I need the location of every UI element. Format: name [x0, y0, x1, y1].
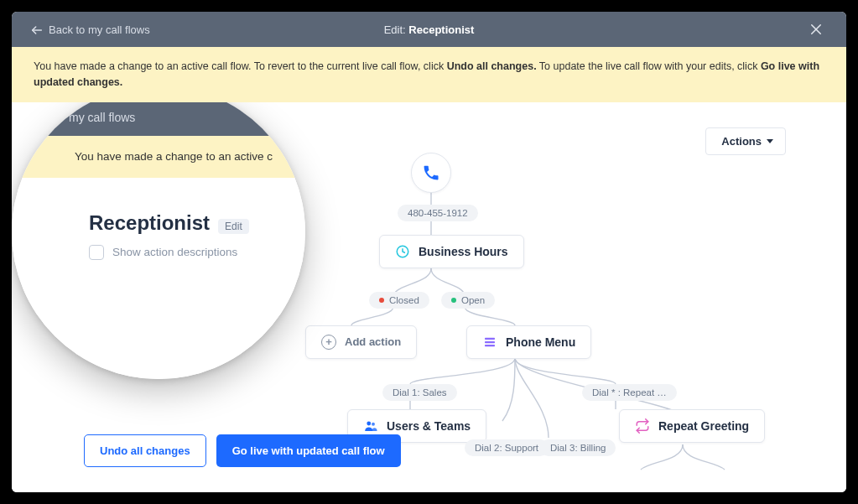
actions-dropdown[interactable]: Actions — [705, 127, 786, 155]
phone-icon — [422, 164, 440, 182]
dot-green-icon — [451, 298, 456, 303]
phone-menu-node[interactable]: Phone Menu — [466, 325, 591, 359]
add-action-node[interactable]: + Add action — [305, 325, 417, 359]
menu-icon — [482, 335, 497, 350]
show-descriptions-checkbox[interactable] — [89, 245, 104, 260]
header-bar: Back to my call flows Edit: Receptionist — [12, 12, 846, 47]
lens-body: Receptionist Edit Show action descriptio… — [12, 178, 305, 379]
plus-circle-icon: + — [321, 335, 336, 350]
change-alert-banner: You have made a change to an active call… — [12, 47, 846, 102]
dial-star-pill[interactable]: Dial * : Repeat … — [582, 384, 677, 401]
phone-number-pill[interactable]: 480-455-1912 — [398, 205, 478, 221]
users-icon — [363, 418, 378, 434]
arrow-left-icon — [30, 23, 42, 35]
flow-title: Receptionist — [89, 211, 210, 235]
dial1-pill[interactable]: Dial 1: Sales — [382, 384, 457, 401]
start-node[interactable] — [411, 153, 451, 193]
dial2-pill[interactable]: Dial 2: Support — [465, 439, 549, 456]
go-live-button[interactable]: Go live with updated call flow — [216, 434, 401, 467]
back-link[interactable]: Back to my call flows — [30, 23, 150, 36]
footer-actions: Undo all changes Go live with updated ca… — [84, 434, 401, 467]
dial3-pill[interactable]: Dial 3: Billing — [540, 439, 616, 456]
clock-icon — [395, 244, 410, 259]
svg-rect-10 — [485, 345, 495, 346]
flow-canvas[interactable]: Actions — [12, 102, 846, 493]
close-icon — [809, 22, 824, 37]
svg-rect-9 — [485, 340, 495, 342]
actions-label: Actions — [721, 135, 762, 148]
svg-rect-8 — [485, 337, 495, 339]
business-hours-node[interactable]: Business Hours — [379, 235, 524, 268]
chevron-down-icon — [767, 139, 773, 143]
show-descriptions-label: Show action descriptions — [112, 246, 237, 258]
svg-point-11 — [367, 421, 371, 425]
header-title: Edit: Receptionist — [384, 23, 475, 36]
edit-title-button[interactable]: Edit — [218, 219, 249, 234]
open-pill[interactable]: Open — [441, 292, 495, 309]
svg-point-12 — [372, 422, 375, 425]
zoom-lens: my call flows You have made a change to … — [12, 102, 305, 379]
lens-banner: You have made a change to an active c — [12, 136, 305, 178]
closed-pill[interactable]: Closed — [369, 292, 429, 309]
dot-red-icon — [379, 298, 384, 303]
lens-header: my call flows — [12, 102, 305, 136]
app-window: Back to my call flows Edit: Receptionist… — [12, 12, 846, 492]
repeat-icon — [635, 418, 650, 434]
undo-button[interactable]: Undo all changes — [84, 434, 206, 467]
close-button[interactable] — [804, 18, 828, 41]
repeat-greeting-node[interactable]: Repeat Greeting — [619, 409, 765, 443]
back-link-label: Back to my call flows — [49, 23, 150, 36]
